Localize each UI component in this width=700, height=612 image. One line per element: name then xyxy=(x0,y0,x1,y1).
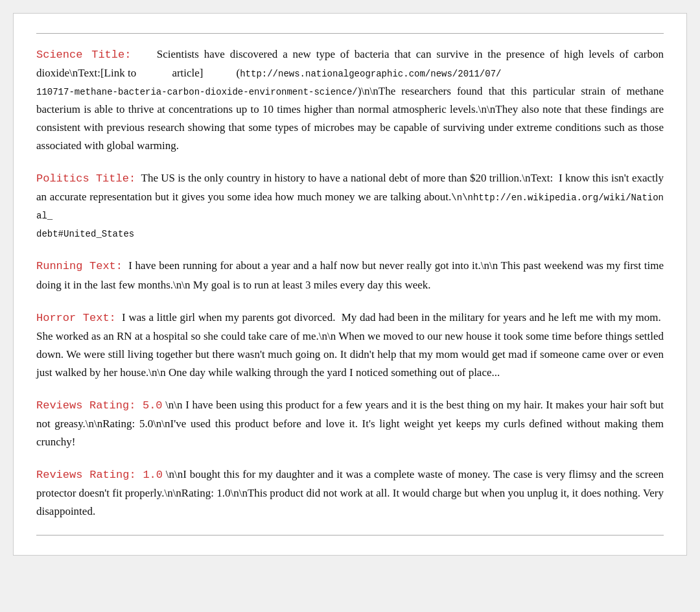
horror-section: Horror Text: I was a little girl when my… xyxy=(36,309,664,382)
science-section: Science Title: Scientists have discovere… xyxy=(36,45,664,155)
politics-section: Politics Title: The US is the only count… xyxy=(36,169,664,242)
science-label: Science Title: xyxy=(36,49,131,61)
horror-label: Horror Text: xyxy=(36,312,116,324)
top-divider xyxy=(36,33,664,34)
running-section: Running Text: I have been running for ab… xyxy=(36,257,664,294)
page-container: Science Title: Scientists have discovere… xyxy=(13,13,687,556)
politics-label: Politics Title: xyxy=(36,172,135,185)
bottom-divider xyxy=(36,535,664,536)
politics-url: \n\nhttp://en.wikipedia.org/wiki/Nationa… xyxy=(36,193,664,239)
reviews-1-section: Reviews Rating: 1.0 \n\nI bought this fo… xyxy=(36,465,664,521)
reviews-5-section: Reviews Rating: 5.0 \n\n I have been usi… xyxy=(36,396,664,451)
running-label: Running Text: xyxy=(36,260,122,272)
reviews-5-label: Reviews Rating: 5.0 xyxy=(36,399,163,412)
science-content: Scientists have discovered a new type of… xyxy=(36,48,664,152)
horror-content: I was a little girl when my parents got … xyxy=(36,311,664,379)
reviews-1-label: Reviews Rating: 1.0 xyxy=(36,469,163,481)
running-content: I have been running for about a year and… xyxy=(36,259,664,290)
science-url: http://news.nationalgeographic.com/news/… xyxy=(36,69,501,97)
